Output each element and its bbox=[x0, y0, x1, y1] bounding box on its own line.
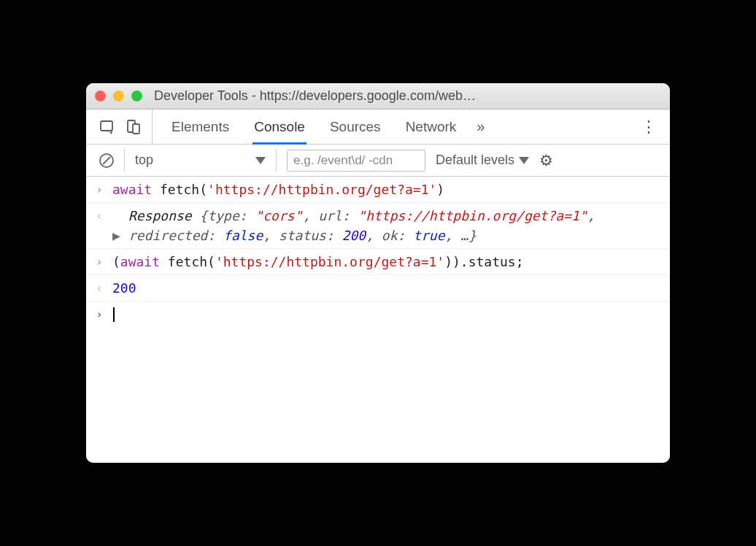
context-label: top bbox=[135, 153, 153, 168]
sep: , bbox=[366, 228, 382, 243]
console-output-row: ‹ ▶ Response {type: "cors", url: "https:… bbox=[86, 203, 670, 249]
prop-key: status: bbox=[279, 228, 342, 243]
prompt-icon: › bbox=[86, 252, 112, 272]
number: 200 bbox=[112, 280, 136, 296]
svg-rect-2 bbox=[133, 124, 139, 134]
prop-key: ok: bbox=[382, 228, 413, 243]
sep: , bbox=[587, 208, 595, 223]
tab-network[interactable]: Network bbox=[404, 109, 458, 144]
filter-input[interactable] bbox=[287, 150, 425, 172]
brace: { bbox=[200, 208, 208, 223]
tab-elements[interactable]: Elements bbox=[170, 109, 231, 144]
window-controls bbox=[95, 91, 142, 101]
expand-icon[interactable]: ▶ bbox=[112, 226, 120, 245]
console-code: (await fetch('https://httpbin.org/get?a=… bbox=[112, 252, 670, 272]
chevron-down-icon bbox=[519, 157, 529, 164]
execution-context-selector[interactable]: top bbox=[135, 153, 266, 168]
prop-val: true bbox=[413, 228, 444, 243]
console-input-row: › (await fetch('https://httpbin.org/get?… bbox=[86, 249, 670, 275]
prop-val: 200 bbox=[342, 228, 366, 243]
object-name: Response bbox=[128, 208, 200, 223]
prompt-icon: › bbox=[86, 180, 112, 199]
prompt-icon: › bbox=[86, 304, 112, 324]
prop-key: redirected: bbox=[128, 228, 223, 243]
tabs-overflow[interactable]: » bbox=[477, 118, 485, 135]
titlebar: Developer Tools - https://developers.goo… bbox=[86, 83, 670, 109]
tab-console[interactable]: Console bbox=[252, 109, 306, 144]
sep: , … bbox=[445, 228, 469, 243]
prop-val: "cors" bbox=[255, 208, 302, 223]
console-object[interactable]: ▶ Response {type: "cors", url: "https://… bbox=[112, 206, 670, 245]
console-value: 200 bbox=[112, 278, 670, 298]
string: 'https://httpbin.org/get?a=1' bbox=[207, 182, 436, 197]
kebab-menu-icon[interactable]: ⋮ bbox=[641, 118, 657, 136]
levels-label: Default levels bbox=[436, 153, 514, 168]
console-output-row: ‹ 200 bbox=[86, 275, 670, 301]
clear-console-icon[interactable] bbox=[99, 153, 114, 168]
svg-rect-0 bbox=[101, 121, 112, 131]
punct: )).status; bbox=[444, 254, 523, 269]
keyword: await bbox=[112, 182, 152, 197]
devtools-tabs: Elements Console Sources Network » ⋮ bbox=[86, 109, 670, 145]
prop-key: url: bbox=[318, 208, 358, 223]
log-level-selector[interactable]: Default levels bbox=[436, 153, 529, 168]
text-cursor bbox=[113, 307, 115, 322]
keyword: await bbox=[120, 254, 160, 269]
punct: ) bbox=[436, 182, 444, 197]
brace: } bbox=[468, 228, 477, 243]
punct: ( bbox=[112, 254, 120, 269]
divider bbox=[124, 149, 125, 171]
sep: , bbox=[302, 208, 318, 223]
close-button[interactable] bbox=[95, 91, 106, 101]
console-output: › await fetch('https://httpbin.org/get?a… bbox=[86, 177, 670, 463]
return-icon: ‹ bbox=[86, 206, 112, 245]
device-toggle-icon[interactable] bbox=[126, 119, 142, 135]
string: 'https://httpbin.org/get?a=1' bbox=[215, 254, 444, 269]
prop-key: type: bbox=[207, 208, 255, 223]
call: fetch( bbox=[160, 254, 215, 269]
console-input-row: › await fetch('https://httpbin.org/get?a… bbox=[86, 177, 670, 203]
call: fetch( bbox=[152, 182, 207, 197]
console-code: await fetch('https://httpbin.org/get?a=1… bbox=[112, 180, 670, 199]
maximize-button[interactable] bbox=[131, 91, 142, 101]
sep: , bbox=[263, 228, 279, 243]
prop-val: false bbox=[223, 228, 263, 243]
window-title: Developer Tools - https://developers.goo… bbox=[154, 88, 661, 104]
minimize-button[interactable] bbox=[113, 91, 124, 101]
chevron-down-icon bbox=[255, 157, 266, 164]
divider bbox=[276, 149, 277, 171]
console-toolbar: top Default levels ⚙ bbox=[86, 145, 670, 177]
inspect-element-icon[interactable] bbox=[99, 119, 115, 135]
prop-val: "https://httpbin.org/get?a=1" bbox=[358, 208, 587, 223]
return-icon: ‹ bbox=[86, 278, 112, 298]
gear-icon[interactable]: ⚙ bbox=[539, 152, 553, 169]
devtools-window: Developer Tools - https://developers.goo… bbox=[86, 83, 670, 463]
console-prompt-row[interactable]: › bbox=[86, 301, 670, 327]
tab-sources[interactable]: Sources bbox=[328, 109, 382, 144]
console-input[interactable] bbox=[112, 304, 670, 324]
